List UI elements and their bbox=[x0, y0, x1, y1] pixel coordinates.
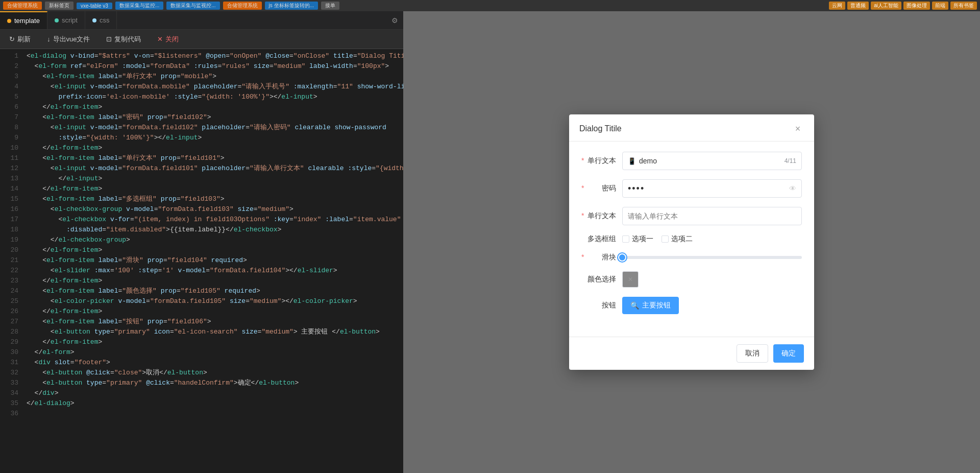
nav-tab-vxe[interactable]: vxe-table v3 bbox=[77, 3, 112, 9]
code-line-7: 7 <el-form-item label="密码" prop="field10… bbox=[0, 112, 403, 123]
code-line-17: 17 <el-checkbox v-for="(item, index) in … bbox=[0, 215, 403, 225]
form-label-field6: 颜色选择 bbox=[581, 275, 622, 284]
nav-tab-data1[interactable]: 数据采集与监控... bbox=[115, 2, 163, 10]
tab-template[interactable]: template bbox=[0, 11, 47, 29]
code-line-4: 4 <el-input v-model="formData.mobile" pl… bbox=[0, 82, 403, 92]
form-control-field4: 选项一 选项二 bbox=[622, 234, 802, 244]
dialog-footer: 取消 确定 bbox=[569, 337, 814, 370]
tab-template-label: template bbox=[14, 17, 40, 25]
bookmark-yun[interactable]: 云网 bbox=[829, 2, 845, 10]
mobile-icon: 📱 bbox=[628, 157, 636, 165]
checkbox-group-field4: 选项一 选项二 bbox=[622, 234, 802, 244]
bookmark-img[interactable]: 图像处理 bbox=[903, 2, 930, 10]
input-wrapper-field3[interactable] bbox=[622, 207, 802, 225]
input-wrapper-field2[interactable]: •••• 👁 bbox=[622, 179, 802, 198]
gear-icon[interactable]: ⚙ bbox=[386, 16, 403, 25]
close-button[interactable]: ✕ 关闭 bbox=[153, 33, 183, 45]
checkbox-box1[interactable] bbox=[622, 235, 629, 243]
slider-thumb[interactable] bbox=[618, 253, 626, 262]
code-line-3: 3 <el-form-item label="单行文本" prop="mobil… bbox=[0, 72, 403, 82]
top-nav: 合储管理系统 新标签页 vxe-table v3 数据采集与监控... 数据采集… bbox=[0, 0, 980, 11]
checkbox-box2[interactable] bbox=[662, 235, 669, 243]
form-item-field3: 单行文本 bbox=[581, 207, 802, 225]
input-field3[interactable] bbox=[628, 212, 796, 220]
form-item-field1: 单行文本 📱 4/11 bbox=[581, 152, 802, 170]
code-line-14: 14 </el-form-item> bbox=[0, 184, 403, 194]
form-item-field5: 滑块 bbox=[581, 253, 802, 262]
search-icon: 🔍 bbox=[630, 301, 639, 310]
nav-tab-jiedan[interactable]: 接单 bbox=[321, 2, 339, 10]
tab-script-label: script bbox=[62, 16, 78, 24]
nav-tab-hc2[interactable]: 合储管理系统 bbox=[223, 2, 262, 10]
code-line-10: 10 </el-form-item> bbox=[0, 143, 403, 153]
form-label-field1: 单行文本 bbox=[581, 156, 622, 165]
tab-css-dot bbox=[92, 18, 96, 22]
main-container: template script css ⚙ ↻ 刷新 ↓ 导出vue文件 bbox=[0, 11, 980, 473]
form-control-field6: ✕ bbox=[622, 271, 802, 288]
code-line-8: 8 <el-input v-model="formData.field102" … bbox=[0, 123, 403, 133]
dialog-title: Dialog Titile bbox=[579, 124, 622, 133]
form-label-field5: 滑块 bbox=[581, 253, 622, 262]
code-line-35: 35 </el-dialog> bbox=[0, 398, 403, 409]
dialog-close-button[interactable]: × bbox=[792, 123, 804, 135]
color-clear-icon[interactable]: ✕ bbox=[628, 276, 633, 283]
cancel-button[interactable]: 取消 bbox=[737, 344, 768, 363]
slider-track[interactable] bbox=[622, 256, 802, 259]
form-label-field2: 密码 bbox=[581, 184, 622, 193]
dialog-body: 单行文本 📱 4/11 密码 bbox=[569, 141, 814, 337]
bookmark-pu[interactable]: 普通频 bbox=[847, 2, 869, 10]
slider-wrapper[interactable] bbox=[622, 256, 802, 259]
tab-script[interactable]: script bbox=[47, 11, 85, 29]
password-eye-icon[interactable]: 👁 bbox=[789, 184, 796, 193]
color-swatch[interactable]: ✕ bbox=[622, 271, 639, 288]
form-control-field3 bbox=[622, 207, 802, 225]
code-line-12: 12 <el-input v-model="formData.field101"… bbox=[0, 163, 403, 174]
copy-button[interactable]: ⊡ 复制代码 bbox=[102, 33, 145, 45]
nav-tab-js[interactable]: js 坐标标签旋转的... bbox=[265, 2, 318, 10]
input-count-field1: 4/11 bbox=[785, 157, 796, 164]
refresh-button[interactable]: ↻ 刷新 bbox=[5, 33, 35, 45]
password-dots: •••• bbox=[628, 183, 645, 194]
checkbox-label1: 选项一 bbox=[632, 234, 653, 244]
form-label-field7: 按钮 bbox=[581, 301, 622, 310]
refresh-label: 刷新 bbox=[17, 35, 31, 44]
code-line-32: 32 <el-button @click="close">取消</el-butt… bbox=[0, 368, 403, 378]
copy-label: 复制代码 bbox=[114, 35, 141, 44]
code-line-6: 6 </el-form-item> bbox=[0, 102, 403, 112]
code-editor[interactable]: 1 <el-dialog v-bind="$attrs" v-on="$list… bbox=[0, 49, 403, 473]
input-field1[interactable] bbox=[639, 157, 782, 165]
close-icon: ✕ bbox=[157, 35, 163, 43]
input-wrapper-field1[interactable]: 📱 4/11 bbox=[622, 152, 802, 170]
nav-tab-data2[interactable]: 数据采集与监视控... bbox=[166, 2, 219, 10]
copy-icon: ⊡ bbox=[106, 35, 112, 43]
code-line-18: 18 :disabled="item.disabled">{{item.labe… bbox=[0, 225, 403, 235]
bookmark-front[interactable]: 前端 bbox=[932, 2, 948, 10]
bookmark-ai[interactable]: ai人工智能 bbox=[871, 2, 901, 10]
bookmark-all[interactable]: 所有书签 bbox=[950, 2, 977, 10]
code-line-16: 16 <el-checkbox-group v-model="formData.… bbox=[0, 204, 403, 215]
tab-template-dot bbox=[7, 19, 11, 23]
form-item-field6: 颜色选择 ✕ bbox=[581, 271, 802, 288]
code-line-23: 23 </el-form-item> bbox=[0, 276, 403, 286]
dialog-overlay: Dialog Titile × 单行文本 📱 bbox=[403, 11, 980, 473]
export-button[interactable]: ↓ 导出vue文件 bbox=[43, 33, 94, 45]
form-item-field2: 密码 •••• 👁 bbox=[581, 179, 802, 198]
nav-tab-new[interactable]: 新标签页 bbox=[45, 2, 74, 10]
tab-css[interactable]: css bbox=[85, 11, 117, 29]
color-picker[interactable]: ✕ bbox=[622, 271, 802, 288]
form-control-field1: 📱 4/11 bbox=[622, 152, 802, 170]
code-line-34: 34 </div> bbox=[0, 388, 403, 398]
confirm-button[interactable]: 确定 bbox=[773, 344, 804, 363]
form-control-field7: 🔍 主要按钮 bbox=[622, 297, 802, 314]
code-line-24: 24 <el-form-item label="颜色选择" prop="fiel… bbox=[0, 286, 403, 296]
form-item-field7: 按钮 🔍 主要按钮 bbox=[581, 297, 802, 314]
code-line-28: 28 <el-button type="primary" icon="el-ic… bbox=[0, 327, 403, 337]
code-line-20: 20 </el-form-item> bbox=[0, 245, 403, 255]
checkbox-option2[interactable]: 选项二 bbox=[662, 234, 693, 244]
primary-button[interactable]: 🔍 主要按钮 bbox=[622, 297, 679, 314]
form-label-field3: 单行文本 bbox=[581, 211, 622, 221]
checkbox-option1[interactable]: 选项一 bbox=[622, 234, 653, 244]
code-line-5: 5 prefix-icon='el-icon-mobile' :style="{… bbox=[0, 92, 403, 102]
code-line-9: 9 :style="{width: '100%'}"></el-input> bbox=[0, 133, 403, 143]
nav-tab-hc[interactable]: 合储管理系统 bbox=[3, 2, 42, 10]
